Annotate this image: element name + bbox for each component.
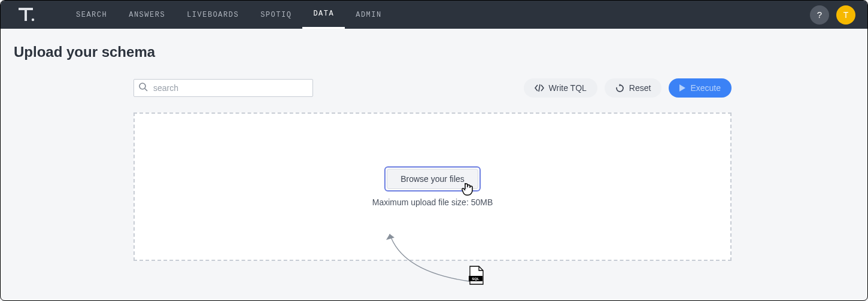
page-title: Upload your schema (14, 44, 854, 60)
search-wrap (133, 79, 313, 97)
reset-button[interactable]: Reset (605, 78, 662, 98)
svg-point-2 (32, 18, 34, 20)
search-input[interactable] (133, 79, 313, 97)
play-icon (679, 84, 685, 92)
topbar: SEARCH ANSWERS LIVEBOARDS SPOTIQ DATA AD… (1, 1, 867, 29)
nav-spotiq[interactable]: SPOTIQ (250, 1, 302, 29)
main-nav: SEARCH ANSWERS LIVEBOARDS SPOTIQ DATA AD… (65, 1, 393, 29)
write-tql-label: Write TQL (549, 83, 587, 93)
reset-icon (615, 84, 624, 93)
help-button[interactable]: ? (810, 5, 829, 25)
nav-admin[interactable]: ADMIN (345, 1, 393, 29)
nav-search[interactable]: SEARCH (65, 1, 118, 29)
svg-marker-7 (679, 84, 685, 92)
svg-rect-1 (25, 8, 27, 21)
toolbar: Write TQL Reset Execute (14, 78, 854, 98)
execute-label: Execute (690, 83, 721, 93)
toolbar-buttons: Write TQL Reset Execute (524, 78, 732, 98)
topbar-right: ? T (810, 5, 855, 25)
reset-label: Reset (629, 83, 651, 93)
svg-line-5 (539, 84, 540, 92)
write-tql-button[interactable]: Write TQL (524, 78, 597, 98)
browse-focus-ring: Browse your files (384, 166, 481, 191)
sql-file-icon: SQL (468, 266, 485, 287)
browse-files-button[interactable]: Browse your files (387, 169, 478, 189)
svg-rect-9 (469, 276, 482, 281)
nav-answers[interactable]: ANSWERS (118, 1, 176, 29)
nav-liveboards[interactable]: LIVEBOARDS (176, 1, 250, 29)
avatar[interactable]: T (836, 5, 855, 25)
svg-text:SQL: SQL (472, 277, 479, 281)
app-logo[interactable] (19, 8, 35, 22)
upload-hint: Maximum upload file size: 50MB (372, 197, 493, 207)
execute-button[interactable]: Execute (669, 78, 732, 98)
upload-dropzone[interactable]: Browse your files Maximum upload file si… (133, 113, 732, 261)
page-content: Upload your schema Write TQL Reset (1, 29, 867, 261)
code-icon (535, 84, 544, 92)
nav-data[interactable]: DATA (302, 1, 345, 29)
